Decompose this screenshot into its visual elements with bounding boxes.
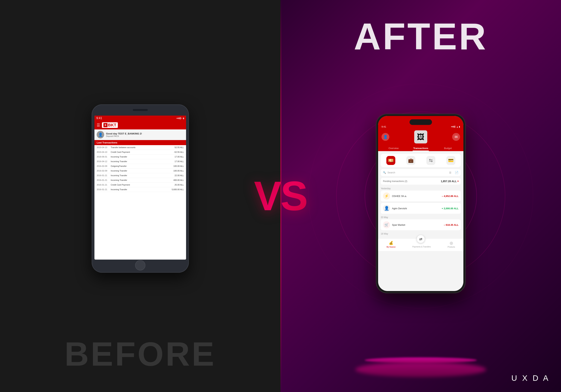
nav-my-finance[interactable]: 💰 My finance <box>387 240 396 248</box>
table-row: 2016-01-21 Incoming Transfer 22.00 ALL <box>94 173 186 178</box>
tab-transactions[interactable]: Transactions <box>407 145 434 151</box>
battery-new: ▮ <box>459 125 460 128</box>
nav-products[interactable]: ◎ Products <box>448 240 455 248</box>
oshee-amount: – 4,952.89 ALL <box>442 195 459 197</box>
search-placeholder: Search <box>388 171 395 174</box>
nav-payments[interactable]: ⇄ Payments & Transfers <box>412 240 431 248</box>
old-phone: 9:41 ⌖ ▮ ☰ B BKT 👤 <box>92 104 189 273</box>
avatar-card: 🖼 <box>414 130 427 143</box>
table-row: 2016-01-21 Incoming Transfer 5,600.00 AL… <box>94 187 186 192</box>
icon-row: 💴 💼 ⇆ 💳 <box>381 154 461 167</box>
s2 <box>452 126 453 127</box>
date-20may: 20 May <box>381 215 461 219</box>
wallet-icon-btn[interactable]: 💴 <box>386 156 395 165</box>
my-finance-icon: 💰 <box>388 240 393 245</box>
after-section: AFTER 9:41 ▲ ▮ <box>280 0 561 392</box>
table-row: 2016-01-21 Credit Card Payment 25.00 ALL <box>94 183 186 187</box>
signal-icons: ⌖ ▮ <box>177 117 184 120</box>
vs-label: VS <box>254 173 307 220</box>
transaction-list: 2019-04-10 Transfer between accounts 52.… <box>94 145 186 192</box>
new-time: 9:41 <box>381 125 386 128</box>
bottom-nav: 💰 My finance ⇄ Payments & Transfers ◎ Pr… <box>378 239 463 251</box>
pedestal-top <box>365 357 477 363</box>
signal-bar-4 <box>180 117 181 119</box>
after-label: AFTER <box>354 15 488 58</box>
old-logo-text: BKT <box>108 123 116 128</box>
tab-budget[interactable]: Budget <box>434 145 462 151</box>
agim-amount: + 2,000.00 ALL <box>442 207 459 210</box>
agim-icon: 👤 <box>383 205 390 212</box>
dynamic-island <box>410 119 432 125</box>
products-icon: ◎ <box>449 240 454 245</box>
payments-label: Payments & Transfers <box>412 246 431 248</box>
user-avatar: 👤 <box>97 131 104 138</box>
new-signal: ▲ ▮ <box>451 125 460 128</box>
new-phone-wrapper: 9:41 ▲ ▮ 👤 🖼 ✉ <box>376 114 466 293</box>
wifi-icon: ⌖ <box>181 117 183 120</box>
agim-name: Agim Dervishi <box>392 207 440 210</box>
new-phone-screen: 9:41 ▲ ▮ 👤 🖼 ✉ <box>378 116 463 291</box>
s4 <box>455 126 455 128</box>
transaction-item-agim[interactable]: 👤 Agim Dervishi + 2,000.00 ALL <box>381 203 461 214</box>
user-package: Deposit PACK <box>106 135 142 137</box>
transaction-item-spar[interactable]: 🛒 Spar Market – 618.35 ALL <box>381 219 461 230</box>
signal-bar-2 <box>178 118 178 119</box>
pending-label: Pending transactions (2) <box>383 180 407 183</box>
table-row: 2016-02-09 Incoming Transfer 100.00 ALL <box>94 169 186 173</box>
table-row: 2016-01-21 Incoming Transfer 400.00 ALL <box>94 178 186 183</box>
search-bar[interactable]: 🔍 Search ≣ 📄 <box>381 169 461 176</box>
search-icon: 🔍 <box>383 171 386 174</box>
home-button[interactable] <box>135 260 145 271</box>
user-info: Good day TEST E_BANKING 2! Deposit PACK <box>106 132 142 137</box>
phone-speaker <box>133 109 148 111</box>
table-row: 2018-06-01 Incoming Transfer 17.00 ALL <box>94 154 186 159</box>
new-header-icons: 👤 🖼 ✉ <box>378 129 463 145</box>
transactions-header: Last Transactions <box>94 140 186 145</box>
old-logo: B BKT <box>102 122 118 128</box>
oshee-icon: ⚡ <box>383 192 390 200</box>
uxda-logo: U X D A <box>511 374 550 383</box>
pending-row: Pending transactions (2) 1,857.28 ALL ▾ <box>381 178 461 185</box>
table-row: 2019-04-10 Credit Card Payment -52.55 AL… <box>94 150 186 154</box>
card-icon-btn[interactable]: 💳 <box>446 156 455 165</box>
transaction-item-oshee[interactable]: ⚡ OSHEE Sh.a. – 4,952.89 ALL <box>381 191 461 201</box>
spar-icon: 🛒 <box>383 221 390 228</box>
before-section: 9:41 ⌖ ▮ ☰ B BKT 👤 <box>0 0 280 392</box>
new-phone: 9:41 ▲ ▮ 👤 🖼 ✉ <box>376 114 466 293</box>
old-status-bar: 9:41 ⌖ ▮ <box>94 116 186 121</box>
signal-bar-3 <box>179 118 180 119</box>
my-finance-label: My finance <box>387 246 396 248</box>
briefcase-icon-btn[interactable]: 💼 <box>406 156 415 165</box>
spar-name: Spar Market <box>392 223 442 226</box>
signal-bar-1 <box>177 118 177 119</box>
oshee-name: OSHEE Sh.a. <box>392 195 440 197</box>
spar-amount: – 618.35 ALL <box>444 223 459 226</box>
s3 <box>453 126 454 128</box>
old-phone-screen: 9:41 ⌖ ▮ ☰ B BKT 👤 <box>94 116 186 260</box>
profile-icon[interactable]: 👤 <box>381 133 389 141</box>
date-yesterday: Yesterday <box>381 186 461 191</box>
doc-icon[interactable]: 📄 <box>455 171 459 174</box>
s1 <box>451 126 452 127</box>
transfer-quick-btn[interactable]: ⇄ <box>417 235 425 243</box>
pending-amount: 1,857.28 ALL ▾ <box>441 180 459 183</box>
table-row: 2019-04-10 Transfer between accounts 52.… <box>94 145 186 150</box>
transfer-icon-btn[interactable]: ⇆ <box>426 156 435 165</box>
table-row: 2016-02-09 OutgoingTransfer 100.00 ALL <box>94 164 186 169</box>
tab-overview[interactable]: Overview <box>380 145 407 151</box>
hamburger-icon: ☰ <box>97 123 100 127</box>
pending-expand[interactable]: ▾ <box>457 180 459 183</box>
products-label: Products <box>448 246 455 248</box>
message-icon[interactable]: ✉ <box>452 133 460 141</box>
tab-navigation: Overview Transactions Budget <box>378 145 463 151</box>
avatar-image: 🖼 <box>417 133 424 141</box>
wifi-new: ▲ <box>456 126 458 128</box>
new-content-area: 💴 💼 ⇆ 💳 🔍 Search ≣ 📄 Pending tr <box>378 151 463 239</box>
transactions-title: Last Transactions <box>97 141 118 144</box>
filter-icon[interactable]: ≣ <box>449 171 452 174</box>
user-greeting: Good day TEST E_BANKING 2! <box>106 132 142 135</box>
old-logo-icon: B <box>103 123 108 127</box>
pedestal-glow <box>355 362 486 377</box>
user-section: 👤 Good day TEST E_BANKING 2! Deposit PAC… <box>94 130 186 140</box>
old-time: 9:41 <box>96 117 102 120</box>
